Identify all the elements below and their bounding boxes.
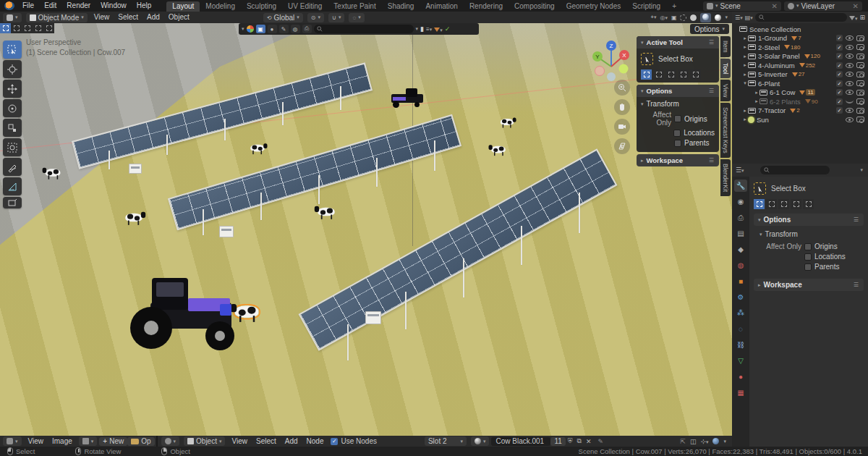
snap-node-icon[interactable]: ⇱ <box>680 438 686 445</box>
vp-menu-select[interactable]: Select <box>114 12 142 23</box>
inverter-box[interactable] <box>365 311 381 324</box>
vp-menu-view[interactable]: View <box>90 12 114 23</box>
tool-cursor[interactable] <box>3 60 22 78</box>
origins-checkbox[interactable] <box>674 115 681 122</box>
tab-data-properties[interactable]: ▽ <box>734 355 747 367</box>
ortho-toggle-button[interactable] <box>614 138 630 154</box>
camera-icon[interactable] <box>856 80 864 86</box>
workspace-tab-uv-editing[interactable]: UV Editing <box>282 1 328 12</box>
scene-selector[interactable]: ▾ Scene ✕ <box>703 1 781 11</box>
gizmo-neg-z-axis[interactable] <box>607 72 616 81</box>
overlays-toggle[interactable]: ◎▾ <box>660 14 668 21</box>
eye-icon[interactable] <box>846 90 854 95</box>
menu-window[interactable]: Window <box>95 0 132 12</box>
tractor[interactable] <box>130 272 240 353</box>
tab-scene-properties[interactable]: ◆ <box>734 243 747 256</box>
camera-icon[interactable] <box>856 117 864 122</box>
camera-icon[interactable] <box>856 44 864 50</box>
expand-icon[interactable]: ▸ <box>742 62 748 68</box>
mode-selector[interactable]: Object Mode ▾ <box>26 13 88 22</box>
shading-rendered-button[interactable] <box>715 14 721 21</box>
eye-closed-icon[interactable] <box>846 100 854 104</box>
inverter-box[interactable] <box>219 226 234 237</box>
node-menu-add[interactable]: Add <box>281 436 302 447</box>
pr-select-mode-subtract[interactable] <box>778 199 789 209</box>
shading-material-button[interactable] <box>700 13 711 22</box>
shading-dropdown[interactable]: ▾ <box>725 14 728 20</box>
snap-button[interactable]: ∪▾ <box>328 13 344 22</box>
outliner-row-aluminum[interactable]: ▸4-Aluminum 252 ✓ <box>732 61 868 70</box>
display-mode-button[interactable]: ☰▾ <box>735 14 743 21</box>
tab-view[interactable]: View <box>720 80 731 101</box>
unlink-material-icon[interactable]: ✕ <box>586 438 592 445</box>
tool-measure[interactable] <box>3 177 22 195</box>
new-collection-button[interactable]: ⊞ <box>859 14 865 21</box>
viewlayer-selector[interactable]: ▾ ViewLayer ✕ <box>784 1 862 11</box>
outliner-row-cow[interactable]: ▸6-1 Cow 11 ✓ <box>732 88 868 98</box>
locations-checkbox[interactable] <box>804 253 812 261</box>
viewport-3d[interactable]: ▾ Object Mode ▾ View Select Add Object ⟲… <box>0 12 732 436</box>
expand-icon[interactable]: ▸ <box>742 44 748 50</box>
tab-blenderkit[interactable]: BlenderKit <box>720 159 731 196</box>
outliner-row-tractor[interactable]: ▸7-Tractor 2 ✓ <box>732 106 868 116</box>
workspace-tab-rendering[interactable]: Rendering <box>464 1 509 12</box>
options-panel-header[interactable]: ▾Options☰ <box>637 85 719 97</box>
use-nodes-checkbox[interactable]: ✓ <box>331 438 338 445</box>
exclude-checkbox[interactable]: ✓ <box>836 89 843 96</box>
material-preview-sphere-icon[interactable] <box>712 438 719 444</box>
blender-logo-icon[interactable] <box>4 1 14 10</box>
navigation-gizmo[interactable]: Z Y X <box>590 38 632 84</box>
image-browse-button[interactable]: ▾ <box>79 436 98 446</box>
tool-select-box[interactable] <box>3 41 22 59</box>
eye-icon[interactable] <box>846 63 854 68</box>
np-select-mode-new[interactable] <box>641 69 652 80</box>
np-select-mode-subtract[interactable] <box>665 69 676 80</box>
workspace-tab-compositing[interactable]: Compositing <box>509 1 561 12</box>
tab-tool[interactable]: Tool <box>720 59 731 79</box>
outliner-row-ground[interactable]: ▸1-Ground 7 ✓ <box>732 34 868 43</box>
tab-physics-properties[interactable]: ◌ <box>734 323 747 335</box>
eye-icon[interactable] <box>846 45 854 50</box>
properties-editor-type-button[interactable]: ☰▾ <box>736 166 744 174</box>
cow[interactable] <box>491 146 506 153</box>
workspace-panel-header[interactable]: ▸Workspace☰ <box>754 279 864 291</box>
options-dropdown[interactable]: Options▾ <box>690 24 729 34</box>
unlink-scene-icon[interactable]: ✕ <box>772 2 778 10</box>
outliner-row-inverter[interactable]: ▸5-Inverter 27 ✓ <box>732 70 868 80</box>
menu-edit[interactable]: Edit <box>39 0 61 12</box>
inverter-box[interactable] <box>129 164 142 174</box>
fake-user-shield-icon[interactable]: ⛨ <box>568 437 573 445</box>
tool-rotate[interactable] <box>3 99 22 117</box>
workspace-tab-geometry-nodes[interactable]: Geometry Nodes <box>561 1 627 12</box>
pr-select-mode-new[interactable] <box>754 199 765 209</box>
outliner-search-input[interactable] <box>755 13 847 22</box>
tab-item[interactable]: Item <box>720 36 731 57</box>
image-editor-type-button[interactable]: ▾ <box>3 436 22 446</box>
chevron-down-icon[interactable]: ▾ <box>723 439 726 444</box>
exclude-checkbox[interactable]: ✓ <box>836 35 843 41</box>
tab-modifier-properties[interactable]: ⚙ <box>734 291 747 303</box>
tab-tool-properties[interactable]: 🔧 <box>734 180 747 192</box>
exclude-checkbox[interactable]: ✓ <box>836 98 843 105</box>
material-name-field[interactable]: Cow Black.001 <box>491 437 550 446</box>
expand-icon[interactable]: ▸ <box>742 35 748 41</box>
parents-checkbox[interactable] <box>804 263 812 271</box>
material-browse-button[interactable]: ▾ <box>471 436 490 446</box>
shading-wireframe-button[interactable] <box>680 14 686 21</box>
select-box-tool-icon[interactable] <box>641 53 653 65</box>
pin-icon[interactable]: ✎ <box>598 438 604 445</box>
eye-icon[interactable] <box>846 54 854 59</box>
workspace-panel-header[interactable]: ▸Workspace☰ <box>637 154 719 166</box>
image-menu-view[interactable]: View <box>24 436 48 447</box>
select-mode-new-button[interactable] <box>0 23 11 33</box>
camera-icon[interactable] <box>856 108 864 114</box>
eye-icon[interactable] <box>846 72 854 77</box>
outliner-row-steel[interactable]: ▸2-Steel 180 ✓ <box>732 43 868 52</box>
pivot-point-button[interactable]: ⊙▾ <box>307 13 324 22</box>
remove-viewlayer-icon[interactable]: ✕ <box>853 2 859 10</box>
select-box-tool-icon[interactable] <box>754 182 766 195</box>
select-mode-extend-button[interactable] <box>11 23 22 33</box>
editor-divider[interactable] <box>156 436 158 447</box>
editor-type-button[interactable]: ▾ <box>3 13 22 22</box>
cow[interactable] <box>318 208 334 216</box>
